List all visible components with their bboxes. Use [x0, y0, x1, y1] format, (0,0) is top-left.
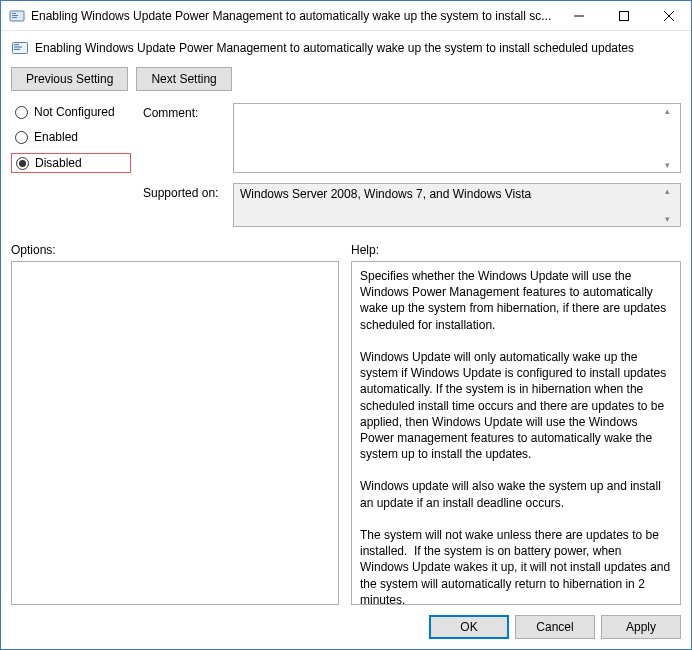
nav-buttons: Previous Setting Next Setting [11, 67, 681, 91]
policy-title: Enabling Windows Update Power Management… [35, 41, 634, 55]
radio-unchecked-icon [15, 131, 28, 144]
maximize-button[interactable] [601, 1, 646, 30]
help-text: Specifies whether the Windows Update wil… [360, 269, 674, 605]
supported-on-text: Windows Server 2008, Windows 7, and Wind… [240, 187, 531, 201]
help-panel[interactable]: Specifies whether the Windows Update wil… [351, 261, 681, 605]
svg-rect-3 [12, 17, 17, 18]
scroll-arrows-icon: ▴▾ [665, 106, 678, 170]
radio-checked-icon [16, 157, 29, 170]
policy-icon [11, 39, 29, 57]
supported-on-box: Windows Server 2008, Windows 7, and Wind… [233, 183, 681, 227]
svg-rect-11 [14, 49, 20, 50]
options-label: Options: [11, 243, 339, 257]
radio-enabled[interactable]: Enabled [11, 128, 131, 146]
svg-rect-9 [14, 44, 19, 45]
policy-window-icon [9, 8, 25, 24]
radio-disabled[interactable]: Disabled [11, 153, 131, 173]
ok-button[interactable]: OK [429, 615, 509, 639]
content-area: Enabling Windows Update Power Management… [1, 31, 691, 649]
svg-rect-2 [12, 15, 18, 16]
next-setting-button[interactable]: Next Setting [136, 67, 231, 91]
previous-setting-button[interactable]: Previous Setting [11, 67, 128, 91]
titlebar: Enabling Windows Update Power Management… [1, 1, 691, 31]
svg-rect-5 [619, 11, 628, 20]
comment-label: Comment: [143, 103, 233, 173]
supported-label: Supported on: [143, 183, 233, 227]
apply-button[interactable]: Apply [601, 615, 681, 639]
policy-header: Enabling Windows Update Power Management… [11, 39, 681, 57]
window-title: Enabling Windows Update Power Management… [31, 9, 556, 23]
dialog-footer: OK Cancel Apply [11, 605, 681, 639]
radio-label: Enabled [34, 130, 78, 144]
cancel-button[interactable]: Cancel [515, 615, 595, 639]
comment-textarea[interactable]: ▴▾ [233, 103, 681, 173]
radio-not-configured[interactable]: Not Configured [11, 103, 131, 121]
radio-unchecked-icon [15, 106, 28, 119]
options-panel [11, 261, 339, 605]
window-controls [556, 1, 691, 30]
radio-label: Not Configured [34, 105, 115, 119]
svg-rect-10 [14, 46, 22, 47]
radio-label: Disabled [35, 156, 82, 170]
help-label: Help: [351, 243, 379, 257]
minimize-button[interactable] [556, 1, 601, 30]
close-button[interactable] [646, 1, 691, 30]
scroll-arrows-icon: ▴▾ [665, 186, 678, 224]
state-radios: Not Configured Enabled Disabled [11, 103, 131, 231]
svg-rect-1 [12, 13, 16, 14]
